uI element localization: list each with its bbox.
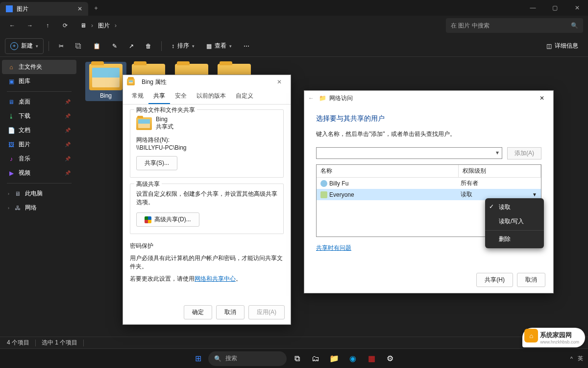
- back-button[interactable]: ←: [5, 18, 20, 33]
- ime-indicator[interactable]: 英: [578, 355, 583, 362]
- network-icon: 🖧: [14, 205, 21, 211]
- chevron-up-icon[interactable]: ^: [570, 356, 573, 362]
- sidebar-item-downloads[interactable]: ⭳下载📌: [2, 109, 76, 123]
- system-tray[interactable]: ^ 英: [570, 355, 583, 362]
- monitor-icon: 🖥: [80, 22, 86, 29]
- chevron-right-icon: ›: [8, 191, 9, 196]
- view-button[interactable]: ▦ 查看 ▾: [201, 38, 237, 54]
- paste-button[interactable]: 📋: [88, 38, 105, 54]
- back-icon[interactable]: ←: [308, 95, 314, 102]
- close-tab-icon[interactable]: ✕: [77, 5, 82, 12]
- chevron-down-icon[interactable]: ▼: [532, 192, 537, 197]
- col-perm[interactable]: 权限级别: [459, 165, 541, 177]
- up-button[interactable]: ↑: [40, 18, 55, 33]
- refresh-button[interactable]: ⟳: [58, 18, 73, 33]
- delete-button[interactable]: 🗑: [141, 38, 156, 54]
- menu-item-readwrite[interactable]: 读取/写入: [485, 214, 544, 229]
- sidebar-item-documents[interactable]: 📄文档📌: [2, 123, 76, 137]
- window-controls: — ▢ ✕: [522, 0, 588, 16]
- gallery-icon: ▣: [8, 78, 15, 85]
- pin-icon: 📌: [65, 156, 71, 161]
- desktop-icon: 🖥: [8, 99, 15, 105]
- advanced-share-button[interactable]: 高级共享(D)...: [136, 212, 199, 227]
- cancel-button[interactable]: 取消: [216, 305, 245, 319]
- minimize-button[interactable]: —: [522, 0, 544, 16]
- taskbar-app[interactable]: 🗂: [307, 350, 324, 367]
- sidebar-item-desktop[interactable]: 🖥桌面📌: [2, 95, 76, 109]
- copy-button[interactable]: ⿻: [71, 38, 86, 54]
- item-count: 4 个项目: [7, 339, 29, 347]
- task-view-button[interactable]: ⧉: [289, 350, 305, 367]
- tab-versions[interactable]: 以前的版本: [192, 89, 231, 104]
- share-button[interactable]: 共享(S)...: [136, 156, 177, 170]
- folder-item[interactable]: Bing: [85, 62, 126, 101]
- share-button[interactable]: ↗: [124, 38, 139, 54]
- tab-title: 图片: [17, 5, 28, 13]
- toolbar: +新建▾ ✂ ⿻ 📋 ✎ ↗ 🗑 ↕ 排序 ▾ ▦ 查看 ▾ ⋯ ◫ 详细信息: [0, 35, 588, 57]
- maximize-button[interactable]: ▢: [544, 0, 566, 16]
- chevron-down-icon: ▾: [229, 44, 232, 49]
- logo-icon: ⌂: [524, 329, 538, 342]
- new-tab-button[interactable]: ＋: [88, 0, 104, 16]
- sidebar-item-thispc[interactable]: ›🖥此电脑: [2, 186, 76, 201]
- sort-button[interactable]: ↕ 排序 ▾: [167, 38, 199, 54]
- start-button[interactable]: ⊞: [190, 350, 206, 367]
- col-name[interactable]: 名称: [317, 165, 459, 177]
- share-button[interactable]: 共享(H): [476, 273, 513, 287]
- tab-sharing[interactable]: 共享: [148, 89, 170, 104]
- forward-button[interactable]: →: [23, 18, 37, 33]
- pin-icon: 📌: [65, 99, 71, 105]
- window-titlebar: 图片 ✕ ＋ — ▢ ✕: [0, 0, 588, 16]
- user-input[interactable]: [316, 147, 502, 159]
- sidebar-item-gallery[interactable]: ▣图库: [2, 74, 76, 88]
- taskbar-settings[interactable]: ⚙: [382, 350, 398, 367]
- advanced-share-group: 高级共享 设置自定义权限，创建多个共享，并设置其他高级共享选项。 高级共享(D)…: [130, 184, 284, 234]
- rename-button[interactable]: ✎: [107, 38, 122, 54]
- dialog-titlebar[interactable]: Bing 属性 ✕: [123, 75, 291, 89]
- sidebar-item-videos[interactable]: ▶视频📌: [2, 166, 76, 180]
- sidebar-item-network[interactable]: ›🖧网络: [2, 201, 76, 215]
- sidebar-item-pictures[interactable]: 🖼图片📌: [2, 137, 76, 152]
- share-state: 共享式: [156, 123, 173, 131]
- trouble-link[interactable]: 共享时有问题: [316, 244, 351, 251]
- dialog-header[interactable]: ← 📁 网络访问 ✕: [304, 91, 553, 105]
- taskbar-app[interactable]: 📁: [326, 350, 343, 367]
- password-group: 密码保护 用户必须具有此计算机的用户帐户和密码，才能访问共享文件夹。 若要更改此…: [130, 240, 284, 285]
- close-icon[interactable]: ✕: [535, 95, 549, 102]
- share-name: Bing: [156, 116, 173, 123]
- watermark: ⌂ 系统家园网 www.hnzkhbsb.com: [522, 328, 585, 347]
- menu-item-remove[interactable]: 删除: [485, 232, 544, 246]
- pc-icon: 🖥: [14, 190, 21, 197]
- network-center-link[interactable]: 网络和共享中心: [195, 275, 236, 282]
- close-icon[interactable]: ✕: [272, 79, 287, 85]
- tab-general[interactable]: 常规: [127, 89, 148, 104]
- apply-button[interactable]: 应用(A): [248, 305, 285, 319]
- details-pane-button[interactable]: ◫ 详细信息: [541, 38, 583, 54]
- new-button[interactable]: +新建▾: [5, 38, 44, 54]
- menu-item-read[interactable]: 读取: [485, 200, 544, 214]
- cancel-button[interactable]: 取消: [517, 273, 545, 287]
- sidebar-item-music[interactable]: ♪音乐📌: [2, 152, 76, 166]
- ok-button[interactable]: 确定: [184, 305, 212, 319]
- user-row[interactable]: Billy Fu 所有者: [317, 178, 541, 189]
- add-button[interactable]: 添加(A): [507, 147, 541, 159]
- tab-security[interactable]: 安全: [170, 89, 192, 104]
- more-button[interactable]: ⋯: [239, 38, 254, 54]
- breadcrumb[interactable]: 🖥 › 图片 ›: [75, 22, 443, 30]
- chevron-down-icon: ▾: [36, 44, 38, 49]
- folder-icon: [89, 64, 122, 90]
- taskbar-app[interactable]: ▦: [363, 350, 380, 367]
- breadcrumb-item[interactable]: 图片: [98, 22, 110, 30]
- folder-icon: [136, 117, 152, 130]
- sidebar-item-home[interactable]: ⌂主文件夹: [2, 60, 76, 74]
- taskbar-edge[interactable]: ◉: [344, 350, 361, 367]
- explorer-tab[interactable]: 图片 ✕: [0, 2, 88, 16]
- search-input[interactable]: 在 图片 中搜索 🔍: [446, 18, 583, 33]
- cut-button[interactable]: ✂: [54, 38, 69, 54]
- close-button[interactable]: ✕: [566, 0, 588, 16]
- dialog-footer: 确定 取消 应用(A): [184, 305, 285, 319]
- path-label: 网络路径(N):: [136, 136, 277, 144]
- tab-custom[interactable]: 自定义: [231, 89, 258, 104]
- properties-dialog: Bing 属性 ✕ 常规 共享 安全 以前的版本 自定义 网络文件和文件夹共享 …: [122, 75, 291, 325]
- taskbar-search[interactable]: 🔍搜索: [208, 351, 287, 366]
